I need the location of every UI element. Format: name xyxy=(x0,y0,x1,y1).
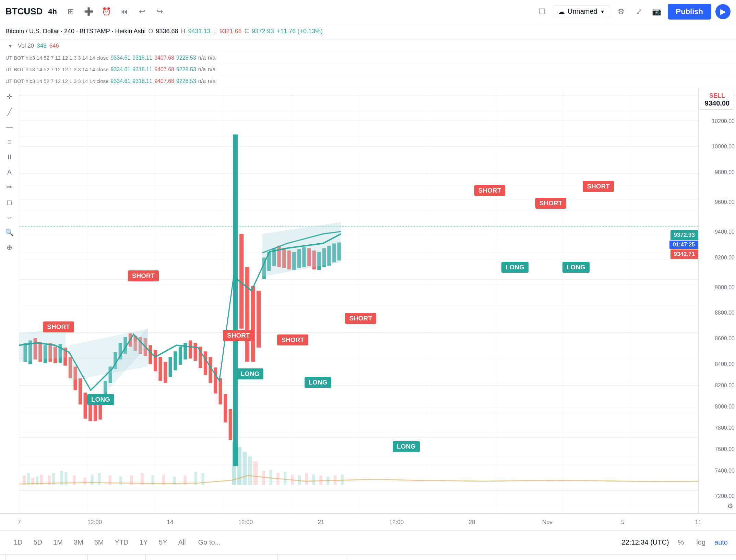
time-display: 22:12:34 (UTC) xyxy=(622,538,669,546)
time-label-0: 7 xyxy=(17,519,21,526)
svg-rect-47 xyxy=(269,470,272,485)
percent-button[interactable]: % xyxy=(675,537,688,548)
open-label: O xyxy=(148,28,153,35)
timeframe-label[interactable]: 4h xyxy=(48,7,57,16)
period-btn-1m[interactable]: 1M xyxy=(48,536,68,548)
svg-rect-53 xyxy=(312,475,315,485)
svg-rect-103 xyxy=(245,267,250,362)
price-level-12: 8000.00 xyxy=(715,404,735,410)
indicator-row-0: UT BOT hlc3 14 52 7 12 12 1 3 3 14 14 cl… xyxy=(0,52,736,64)
live-button[interactable]: ▶ xyxy=(715,4,731,19)
signal-long-12[interactable]: LONG xyxy=(501,262,529,273)
settings-icon[interactable]: ⚙ xyxy=(614,5,628,19)
period-btn-1y[interactable]: 1Y xyxy=(134,536,153,548)
svg-rect-84 xyxy=(154,350,157,371)
price-level-14: 7600.00 xyxy=(715,446,735,452)
vol-value2: 646 xyxy=(49,42,59,49)
vol-dropdown-icon[interactable]: ▼ xyxy=(5,41,15,51)
period-btn-5d[interactable]: 5D xyxy=(28,536,48,548)
ind-v3-2: 9407.68 xyxy=(154,78,174,84)
signal-long-8[interactable]: LONG xyxy=(393,441,420,452)
signal-short-1[interactable]: SHORT xyxy=(128,270,159,281)
price-level-10: 8400.00 xyxy=(715,361,735,367)
chart-canvas[interactable]: SHORTSHORTLONGSHORTLONGSHORTLONGSHORTLON… xyxy=(19,87,698,513)
price-level-15: 7400.00 xyxy=(715,468,735,474)
period-btn-ytd[interactable]: YTD xyxy=(109,536,134,548)
bar-replay-icon[interactable]: ⏮ xyxy=(117,5,131,19)
publish-button[interactable]: Publish xyxy=(668,4,711,20)
log-button[interactable]: log xyxy=(693,537,709,548)
chart-title: Bitcoin / U.S. Dollar · 240 · BITSTAMP ·… xyxy=(5,28,145,35)
signal-short-7[interactable]: SHORT xyxy=(345,313,376,324)
line-tool[interactable]: ╱ xyxy=(3,105,16,119)
chart-type-icon[interactable]: ⊞ xyxy=(64,5,78,19)
tab-pine-editor[interactable]: Pine Editor xyxy=(146,555,205,560)
price-level-5: 9400.00 xyxy=(715,229,735,235)
period-btn-6m[interactable]: 6M xyxy=(89,536,109,548)
high-value: 9431.13 xyxy=(188,28,211,35)
auto-button[interactable]: auto xyxy=(714,538,728,546)
signal-long-13[interactable]: LONG xyxy=(562,262,590,273)
period-btn-all[interactable]: All xyxy=(173,536,191,548)
watchlist-icon[interactable]: ☐ xyxy=(535,5,549,19)
undo-icon[interactable]: ↩ xyxy=(135,5,149,19)
signal-short-9[interactable]: SHORT xyxy=(474,185,506,196)
price-level-4: 9600.00 xyxy=(715,199,735,205)
ind-na1-2: n/a xyxy=(198,78,206,84)
channel-tool[interactable]: ≡ xyxy=(3,135,16,149)
svg-rect-85 xyxy=(158,357,162,381)
period-btn-5y[interactable]: 5Y xyxy=(153,536,173,548)
price-tag-group: 9372.93 01:47:25 9342.71 xyxy=(669,230,698,259)
tab-stock-screener[interactable]: Stock Screener▼ xyxy=(5,555,88,560)
price-level-3: 9800.00 xyxy=(715,169,735,175)
text-tool[interactable]: A xyxy=(3,165,16,179)
signal-long-6[interactable]: LONG xyxy=(305,377,332,388)
cloud-save-button[interactable]: ☁ Unnamed ▼ xyxy=(553,5,610,18)
signal-short-10[interactable]: SHORT xyxy=(535,198,567,209)
redo-icon[interactable]: ↪ xyxy=(153,5,167,19)
fib-tool[interactable]: ⏸ xyxy=(3,150,16,164)
shape-tool[interactable]: ◻ xyxy=(3,195,16,209)
price-level-1: 10200.00 xyxy=(712,118,735,124)
tab-trading-panel[interactable]: Trading Panel xyxy=(278,555,347,560)
time-label-8: 5 xyxy=(621,519,624,526)
time-label-4: 21 xyxy=(318,519,324,526)
add-indicator-icon[interactable]: ➕ xyxy=(82,5,95,19)
low-value: 9321.66 xyxy=(219,28,242,35)
goto-button[interactable]: Go to... xyxy=(193,536,226,548)
signal-long-4[interactable]: LONG xyxy=(237,368,264,379)
ind-na2-1: n/a xyxy=(208,66,215,73)
svg-rect-101 xyxy=(233,134,238,466)
price-level-16: 7200.00 xyxy=(715,493,735,499)
horizontal-line-tool[interactable]: — xyxy=(3,120,16,134)
screenshot-icon[interactable]: 📷 xyxy=(650,5,664,19)
period-btn-1d[interactable]: 1D xyxy=(8,536,28,548)
chevron-down-icon: ▼ xyxy=(600,9,605,14)
svg-rect-89 xyxy=(179,346,182,365)
signal-short-0[interactable]: SHORT xyxy=(43,321,74,332)
signal-long-2[interactable]: LONG xyxy=(87,394,114,405)
svg-rect-87 xyxy=(169,357,172,377)
period-btn-3m[interactable]: 3M xyxy=(68,536,89,548)
svg-rect-29 xyxy=(91,475,93,485)
vol-value1: 348 xyxy=(37,42,46,49)
tab-strategy-tester[interactable]: Strategy Tester xyxy=(205,555,278,560)
magnet-tool[interactable]: ⊕ xyxy=(3,241,16,254)
signal-short-5[interactable]: SHORT xyxy=(277,334,308,345)
time-label-9: 11 xyxy=(695,519,702,526)
alert-icon[interactable]: ⏰ xyxy=(99,5,113,19)
symbol-label[interactable]: BTCUSD xyxy=(5,6,43,17)
cursor-tool[interactable]: ✛ xyxy=(3,90,16,104)
signal-short-3[interactable]: SHORT xyxy=(223,330,254,341)
time-label-2: 14 xyxy=(167,519,174,526)
fullscreen-icon[interactable]: ⤢ xyxy=(632,5,646,19)
tab-text-notes[interactable]: Text Notes xyxy=(88,555,146,560)
ind-v1-2: 9334.61 xyxy=(110,78,130,84)
top-toolbar: BTCUSD 4h ⊞ ➕ ⏰ ⏮ ↩ ↪ ☐ ☁ Unnamed ▼ ⚙ ⤢ … xyxy=(0,0,736,23)
measure-tool[interactable]: ↔ xyxy=(3,210,16,224)
zoom-tool[interactable]: 🔍 xyxy=(3,226,16,239)
ind-v1-1: 9334.61 xyxy=(110,66,130,73)
brush-tool[interactable]: ✏ xyxy=(3,180,16,194)
axis-settings-icon[interactable]: ⚙ xyxy=(727,502,733,510)
signal-short-11[interactable]: SHORT xyxy=(583,181,614,192)
